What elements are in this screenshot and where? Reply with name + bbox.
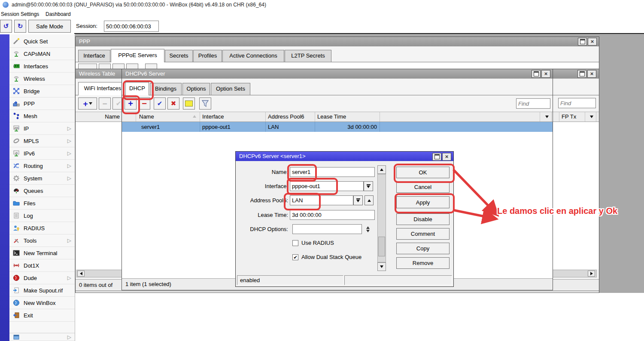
column-picker-button[interactable] [540, 112, 552, 122]
interface-dropdown-button[interactable] [364, 181, 373, 191]
maximize-button[interactable] [578, 38, 587, 46]
dialog-scrollbar-thumb[interactable] [378, 237, 385, 256]
column-header-interface[interactable]: Interface [200, 112, 266, 122]
add-dropdown-button[interactable]: + [78, 97, 97, 110]
arrow-up-icon [380, 168, 383, 171]
sidebar-item-wireless[interactable]: Wireless [9, 73, 75, 85]
close-button[interactable]: × [587, 70, 596, 78]
close-button[interactable]: × [541, 70, 550, 78]
dual-stack-checkbox[interactable]: ✔ [292, 254, 298, 260]
sidebar-item-mesh[interactable]: Mesh [9, 110, 75, 122]
sidebar-item-ip[interactable]: 255 IP ▷ [9, 122, 75, 135]
dhcpv6-window-titlebar[interactable]: DHCPv6 Server [122, 69, 553, 79]
disable-button[interactable]: ✖ [167, 97, 179, 110]
tab-secrets[interactable]: Secrets [165, 50, 193, 62]
dialog-scroll-down-button[interactable] [377, 262, 386, 271]
comment-button[interactable]: Comment [396, 228, 450, 240]
tab-options[interactable]: Options [182, 83, 210, 95]
sidebar-item-ipv6[interactable]: v6 IPv6 ▷ [9, 147, 75, 160]
tab-pppoe-servers[interactable]: PPPoE Servers [111, 49, 164, 62]
ppp-window-titlebar[interactable]: PPP [76, 37, 599, 46]
column-header-lease-time[interactable]: Lease Time [315, 112, 380, 122]
sidebar-item-queues[interactable]: Queues [9, 185, 75, 197]
menu-session[interactable]: Session [1, 9, 19, 19]
sidebar-item-quick-set[interactable]: Quick Set [9, 35, 75, 48]
remove-button-disabled[interactable]: − [99, 97, 111, 110]
tab-interface[interactable]: Interface [78, 50, 110, 62]
session-input[interactable] [104, 21, 159, 32]
column-picker-button[interactable] [585, 112, 596, 122]
dhcp-options-spinner[interactable] [364, 224, 372, 234]
undo-button[interactable]: ↺ [0, 20, 12, 33]
column-header-fp-tx[interactable]: FP Tx [559, 112, 585, 122]
tab-active-connections[interactable]: Active Connections [222, 50, 284, 62]
table-row-selected[interactable]: server1 pppoe-out1 LAN 3d 00:00:00 [122, 122, 553, 132]
column-header-name[interactable]: Name [76, 112, 122, 122]
scroll-right-button[interactable] [588, 271, 595, 277]
maximize-button[interactable] [432, 153, 441, 161]
address-pool-dropdown-button[interactable] [353, 195, 363, 205]
sidebar-item-bridge[interactable]: Bridge [9, 85, 75, 97]
dialog-scroll-up-button[interactable] [377, 165, 386, 174]
column-header-address-pool6[interactable]: Address Pool6 [266, 112, 315, 122]
name-field[interactable] [290, 167, 375, 177]
sidebar-item-make-supout[interactable]: Make Supout.rif [9, 284, 75, 297]
remove-button[interactable]: − [138, 97, 150, 110]
maximize-button[interactable] [532, 70, 541, 78]
address-pool-field[interactable] [290, 195, 353, 205]
enable-button[interactable]: ✔ [154, 97, 166, 110]
sidebar-item-capsman[interactable]: CAPsMAN [9, 48, 75, 60]
tab-dhcp[interactable]: DHCP [125, 82, 149, 95]
address-pool-up-button[interactable] [365, 195, 374, 205]
safe-mode-button[interactable]: Safe Mode [28, 20, 71, 33]
comment-button[interactable] [183, 97, 195, 110]
sidebar-item-mpls[interactable]: MPLS ▷ [9, 135, 75, 147]
sidebar-item-exit[interactable]: Exit [9, 309, 75, 322]
lease-time-field[interactable] [290, 210, 375, 220]
menu-dashboard[interactable]: Dashboard [46, 9, 71, 19]
add-button[interactable]: + [125, 97, 137, 110]
interface-field[interactable] [290, 181, 364, 191]
sidebar-item-tools[interactable]: Tools ▷ [9, 234, 75, 247]
redo-button[interactable]: ↻ [14, 20, 26, 33]
sidebar-item-new-winbox[interactable]: New WinBox [9, 297, 75, 309]
winbox-ball-icon [12, 299, 20, 306]
sidebar-item-dot1x[interactable]: Dot1X [9, 259, 75, 272]
scroll-left-button[interactable] [77, 271, 85, 277]
sidebar-item-interfaces[interactable]: Interfaces [9, 60, 75, 73]
apply-button[interactable]: Apply [396, 196, 450, 208]
sidebar-item-dude[interactable]: Dude ▷ [9, 272, 75, 284]
sidebar-item-log[interactable]: Log [9, 210, 75, 222]
menu-settings[interactable]: Settings [21, 9, 39, 19]
sidebar-item-routing[interactable]: Routing ▷ [9, 160, 75, 172]
column-header-name[interactable]: Name [136, 112, 200, 122]
main-toolbar: ↺ ↻ Safe Mode Session: [0, 19, 644, 33]
disable-button[interactable]: Disable [396, 213, 450, 225]
tab-wifi-interfaces[interactable]: WiFi Interfaces [78, 82, 127, 95]
tab-option-sets[interactable]: Option Sets [211, 83, 250, 95]
copy-button[interactable]: Copy [396, 243, 450, 254]
maximize-button[interactable] [577, 70, 586, 78]
close-button[interactable]: × [588, 38, 597, 46]
sidebar-item-radius[interactable]: RADIUS [9, 222, 75, 234]
tab-bindings[interactable]: Bindings [150, 83, 182, 95]
tab-profiles[interactable]: Profiles [193, 50, 222, 62]
close-button[interactable]: × [442, 153, 451, 161]
sidebar-item-ppp[interactable]: PPP [9, 97, 75, 110]
sidebar-item-label: RADIUS [24, 225, 45, 231]
sidebar-item-system[interactable]: System ▷ [9, 172, 75, 185]
ok-button[interactable]: OK [396, 167, 450, 178]
use-radius-checkbox[interactable] [292, 240, 298, 246]
dialog-titlebar[interactable]: DHCPv6 Server <server1> [236, 152, 453, 161]
remove-button[interactable]: Remove [396, 257, 450, 269]
chevron-down-icon [590, 116, 593, 118]
wireless-find-input[interactable] [558, 98, 596, 108]
sidebar-item-files[interactable]: Files [9, 197, 75, 210]
dhcp-options-field[interactable] [292, 224, 362, 234]
tab-l2tp-secrets[interactable]: L2TP Secrets [285, 50, 331, 62]
dhcpv6-find-input[interactable] [516, 98, 550, 109]
sidebar-item-partial[interactable]: ▷ [9, 333, 75, 341]
filter-button[interactable] [199, 97, 211, 110]
cancel-button[interactable]: Cancel [396, 181, 450, 193]
sidebar-item-new-terminal[interactable]: New Terminal [9, 247, 75, 259]
